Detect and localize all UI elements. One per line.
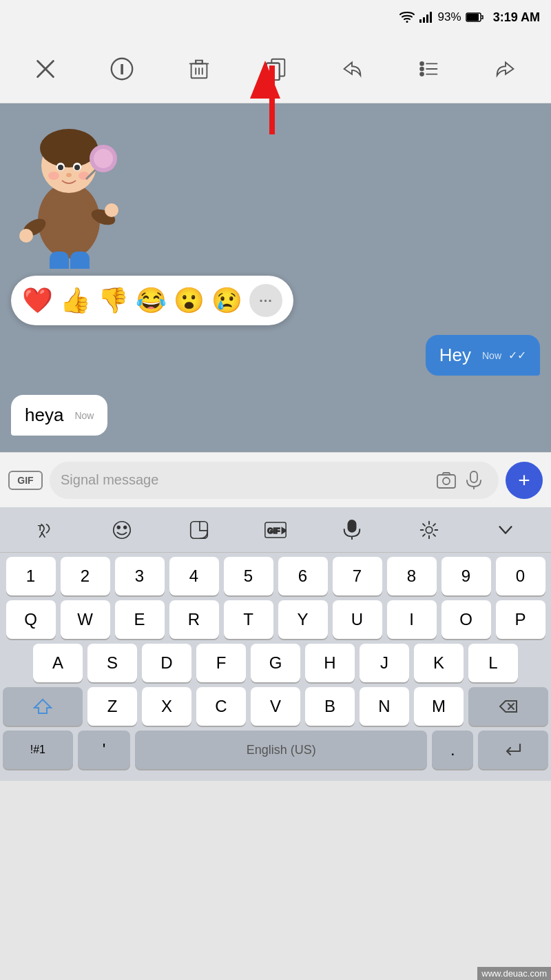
- key-o[interactable]: O: [441, 600, 491, 639]
- key-b[interactable]: B: [305, 687, 355, 726]
- reaction-thumbsdown[interactable]: 👎: [98, 286, 129, 315]
- plus-button[interactable]: +: [506, 462, 543, 499]
- key-2[interactable]: 2: [61, 557, 110, 595]
- key-w[interactable]: W: [61, 600, 110, 639]
- key-space[interactable]: English (US): [135, 731, 427, 769]
- key-shift[interactable]: [3, 687, 83, 726]
- svg-rect-6: [467, 14, 479, 21]
- keyboard-row-bottom: !#1 ' English (US) .: [3, 731, 548, 769]
- key-a[interactable]: A: [33, 644, 83, 682]
- close-button[interactable]: [25, 48, 66, 90]
- info-button[interactable]: i: [101, 48, 143, 90]
- key-l[interactable]: L: [468, 644, 518, 682]
- reaction-more-button[interactable]: ···: [249, 284, 282, 317]
- sent-ticks: ✓✓: [508, 349, 526, 362]
- battery-level: 93%: [438, 10, 461, 24]
- svg-point-24: [420, 72, 424, 76]
- gif-keyboard-button[interactable]: GIF: [255, 513, 296, 547]
- status-bar: 93% 3:19 AM: [0, 0, 551, 34]
- messages-wrapper: Hey Now ✓✓ heya Now: [0, 325, 551, 452]
- menu-button[interactable]: [408, 48, 450, 90]
- keyboard-row-zxcv: Z X C V B N M: [3, 687, 548, 726]
- key-h[interactable]: H: [305, 644, 355, 682]
- collapse-button[interactable]: [485, 513, 526, 547]
- sticker-keyboard-button[interactable]: [178, 513, 220, 547]
- svg-rect-15: [196, 60, 202, 63]
- key-y[interactable]: Y: [278, 600, 328, 639]
- svg-point-54: [114, 521, 130, 538]
- reaction-laugh[interactable]: 😂: [136, 286, 167, 315]
- emoji-button[interactable]: [101, 513, 143, 547]
- key-3[interactable]: 3: [115, 557, 165, 595]
- gif-button[interactable]: GIF: [8, 471, 43, 490]
- keyboard-row-qwerty: Q W E R T Y U I O P: [3, 600, 548, 639]
- svg-rect-51: [470, 471, 477, 482]
- key-k[interactable]: K: [414, 644, 464, 682]
- camera-button[interactable]: [433, 467, 460, 494]
- key-8[interactable]: 8: [387, 557, 437, 595]
- svg-point-23: [420, 67, 424, 70]
- key-backspace[interactable]: [468, 687, 548, 726]
- chat-area: ❤️ 👍 👎 😂 😮 😢 ··· Hey Now ✓✓ heya Now: [0, 103, 551, 452]
- key-m[interactable]: M: [414, 687, 464, 726]
- svg-point-50: [443, 478, 450, 484]
- key-t[interactable]: T: [224, 600, 273, 639]
- key-period[interactable]: .: [432, 731, 473, 769]
- svg-point-30: [40, 129, 98, 167]
- key-q[interactable]: Q: [6, 600, 56, 639]
- key-r[interactable]: R: [169, 600, 219, 639]
- key-n[interactable]: N: [360, 687, 409, 726]
- svg-rect-45: [50, 252, 69, 269]
- svg-point-0: [406, 21, 408, 23]
- key-5[interactable]: 5: [224, 557, 273, 595]
- key-s[interactable]: S: [87, 644, 137, 682]
- microphone-button[interactable]: [460, 467, 488, 494]
- svg-point-28: [38, 183, 100, 258]
- key-c[interactable]: C: [196, 687, 246, 726]
- key-apostrophe[interactable]: ': [78, 731, 130, 769]
- key-j[interactable]: J: [360, 644, 409, 682]
- mic-keyboard-button[interactable]: [331, 513, 373, 547]
- reaction-heart[interactable]: ❤️: [22, 286, 53, 315]
- key-1[interactable]: 1: [6, 557, 56, 595]
- svg-rect-57: [190, 521, 207, 538]
- reply-button[interactable]: [331, 48, 373, 90]
- keyboard-row-asdf: A S D F G H J K L: [3, 644, 548, 682]
- sent-time: Now: [482, 350, 501, 361]
- reaction-surprised[interactable]: 😮: [174, 286, 205, 315]
- key-z[interactable]: Z: [87, 687, 137, 726]
- red-arrow-head: [250, 61, 280, 99]
- translate-button[interactable]: T: [25, 513, 66, 547]
- svg-rect-1: [419, 19, 422, 23]
- message-placeholder: Signal message: [61, 472, 433, 488]
- delete-button[interactable]: [178, 48, 220, 90]
- key-u[interactable]: U: [333, 600, 382, 639]
- key-x[interactable]: X: [142, 687, 191, 726]
- svg-rect-46: [70, 252, 90, 269]
- watermark: www.deuac.com: [477, 967, 551, 980]
- key-i[interactable]: I: [387, 600, 437, 639]
- key-6[interactable]: 6: [278, 557, 328, 595]
- svg-text:i: i: [121, 61, 123, 76]
- key-4[interactable]: 4: [169, 557, 219, 595]
- keyboard: 1 2 3 4 5 6 7 8 9 0 Q W E R T Y U I O P …: [0, 553, 551, 781]
- svg-rect-61: [349, 520, 356, 531]
- key-d[interactable]: D: [142, 644, 191, 682]
- reaction-thumbsup[interactable]: 👍: [60, 286, 91, 315]
- key-0[interactable]: 0: [496, 557, 545, 595]
- reaction-bar: ❤️ 👍 👎 😂 😮 😢 ···: [11, 276, 293, 325]
- svg-point-55: [118, 526, 121, 529]
- key-v[interactable]: V: [251, 687, 300, 726]
- settings-button[interactable]: [408, 513, 450, 547]
- message-sent: Hey Now ✓✓: [426, 335, 540, 376]
- key-7[interactable]: 7: [333, 557, 382, 595]
- key-9[interactable]: 9: [441, 557, 491, 595]
- key-numspec[interactable]: !#1: [3, 731, 73, 769]
- key-g[interactable]: G: [251, 644, 300, 682]
- key-e[interactable]: E: [115, 600, 165, 639]
- forward-button[interactable]: [485, 48, 526, 90]
- key-enter[interactable]: [478, 731, 548, 769]
- key-f[interactable]: F: [196, 644, 246, 682]
- reaction-cry[interactable]: 😢: [211, 286, 242, 315]
- key-p[interactable]: P: [496, 600, 545, 639]
